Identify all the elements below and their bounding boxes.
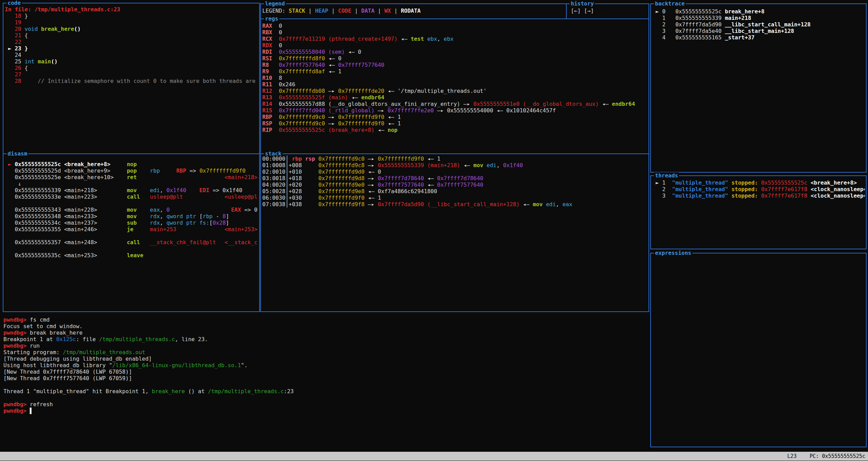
- disasm-instruction-row: 0x555555555357 <main+248> call __stack_c…: [5, 239, 258, 246]
- register-row: R10 8: [262, 75, 647, 81]
- disasm-instruction-row: [5, 246, 258, 252]
- panel-history-title: history: [570, 0, 595, 7]
- code-line: 27: [5, 71, 258, 78]
- code-content: In file: /tmp/multiple_threads.c:23 18 }…: [5, 6, 258, 153]
- disasm-instruction-row: ↓: [5, 180, 258, 187]
- threads-content: ► 1 "multiple_thread" stopped: 0x5555555…: [652, 179, 865, 248]
- pwndbg-tui-screen: code In file: /tmp/multiple_threads.c:23…: [0, 0, 868, 461]
- backtrace-frame-row: ► 0 0x55555555525c break_here+8: [652, 8, 865, 15]
- backtrace-frame-row: 1 0x555555555339 main+218: [652, 15, 865, 21]
- stack-entry-row: 01:0008│+008 0x7fffffffd9c8 —▸ 0x5555555…: [262, 162, 647, 169]
- register-row: R15 0x7ffff7ffd040 (_rtld_global) —▸ 0x7…: [262, 107, 647, 114]
- panel-code-title: code: [7, 0, 22, 6]
- register-row: RAX 0: [262, 23, 647, 29]
- status-right: L23PC: 0x55555555525c: [774, 452, 865, 461]
- code-line: 25 int main(): [5, 58, 258, 65]
- status-bar: multi-thre Thread 0x7ffff7d797 In: break…: [0, 452, 868, 461]
- history-content: [←] [→]: [571, 8, 647, 18]
- disasm-instruction-row: 0x55555555535c <main+253> leave: [5, 252, 258, 259]
- thread-row: 2 "multiple_thread" stopped: 0x7ffff7e61…: [652, 186, 865, 192]
- panel-legend-title: legend: [264, 0, 286, 7]
- terminal-line: Focus set to cmd window.: [3, 323, 647, 329]
- code-line: In file: /tmp/multiple_threads.c:23: [5, 6, 258, 13]
- stack-entry-row: 04:0020│+020 0x7fffffffd9e0 —▸ 0x7ffff75…: [262, 182, 647, 188]
- disasm-instruction-row: [5, 200, 258, 207]
- disasm-instruction-row: 0x555555555343 <main+228> mov eax, 0EAX …: [5, 207, 258, 213]
- backtrace-content: ► 0 0x55555555525c break_here+8 1 0x5555…: [652, 8, 865, 171]
- status-pc: PC: 0x55555555525c: [809, 453, 865, 459]
- terminal-line: Using host libthread_db library "/lib/x8…: [3, 362, 647, 369]
- status-line-number: L23: [787, 453, 796, 459]
- terminal-line: Starting program: /tmp/multiple_threads.…: [3, 349, 647, 356]
- register-row: R13 0x55555555525f (main) ◂— endbr64: [262, 94, 647, 101]
- disasm-instruction-row: 0x555555555348 <main+233> mov rdx, qword…: [5, 213, 258, 220]
- register-row: RBP 0x7fffffffd9c0 —▸ 0x7fffffffd9f0 ◂— …: [262, 114, 647, 120]
- panel-expressions: expressions: [650, 253, 867, 447]
- panel-threads: threads ► 1 "multiple_thread" stopped: 0…: [650, 175, 867, 249]
- right-aligned-annotation: <main+253>: [225, 226, 257, 233]
- panel-threads-title: threads: [654, 172, 679, 179]
- terminal-line: [3, 395, 647, 401]
- register-row: R14 0x555555557d88 (__do_global_dtors_au…: [262, 101, 647, 107]
- code-line: ► 23 }: [5, 45, 258, 52]
- history-back-button[interactable]: [←]: [571, 8, 581, 14]
- terminal-line: pwndbg> refresh: [3, 401, 647, 408]
- code-line: 19: [5, 19, 258, 26]
- right-aligned-annotation: <usleep@pl: [225, 194, 257, 200]
- disasm-instruction-row: 0x55555555533e <main+223> call usleep@pl…: [5, 194, 258, 200]
- terminal-line: Breakpoint 1 at 0x125c: file /tmp/multip…: [3, 336, 647, 342]
- terminal-output[interactable]: pwndbg> fs cmdFocus set to cmd window.pw…: [3, 316, 647, 414]
- terminal-line: [3, 382, 647, 388]
- register-row: RSP 0x7fffffffd9c0 —▸ 0x7fffffffd9f0 ◂— …: [262, 120, 647, 127]
- stack-entry-row: 07:0038│+038 0x7fffffffd9f8 —▸ 0x7ffff7d…: [262, 201, 647, 208]
- register-row: RCX 0x7ffff7e11219 (pthread_create+1497)…: [262, 36, 647, 42]
- command-input-line[interactable]: pwndbg> ▌: [3, 408, 647, 414]
- terminal-line: [Thread debugging using libthread_db ena…: [3, 356, 647, 362]
- legend-line: LEGEND: STACK | HEAP | CODE | DATA | WX …: [262, 8, 566, 14]
- panel-backtrace: backtrace ► 0 0x55555555525c break_here+…: [650, 3, 867, 173]
- backtrace-frame-row: 4 0x555555555165 _start+37: [652, 34, 865, 41]
- register-row: RBX 0: [262, 29, 647, 36]
- register-row: R11 0x246: [262, 81, 647, 88]
- terminal-line: Thread 1 "multiple_thread" hit Breakpoin…: [3, 388, 647, 395]
- code-line: 28 // Initialize semaphore with count 0 …: [5, 78, 258, 84]
- history-forward-button[interactable]: [→]: [584, 8, 594, 14]
- stack-entry-row: 00:0000│ rbp rsp 0x7fffffffd9c0 —▸ 0x7ff…: [262, 155, 647, 162]
- register-row: R8 0x7ffff7577640 ◂— 0x7ffff7577640: [262, 62, 647, 68]
- stack-entry-row: 05:0028│+028 0x7fffffffd9e8 ◂— 0xf7a4866…: [262, 188, 647, 195]
- disasm-instruction-row: 0x555555555339 <main+218> mov edi, 0x1f4…: [5, 187, 258, 194]
- terminal-line: pwndbg> fs cmd: [3, 316, 647, 323]
- stack-entry-row: 02:0010│+010 0x7fffffffd9d0 ◂— 0: [262, 169, 647, 175]
- backtrace-frame-row: 2 0x7ffff7da5d90 __libc_start_call_main+…: [652, 21, 865, 28]
- history-buttons: [←] [→]: [571, 8, 594, 14]
- backtrace-frame-row: 3 0x7ffff7da5e40 __libc_start_main+128: [652, 28, 865, 34]
- regs-content: RAX 0RBX 0RCX 0x7ffff7e11219 (pthread_cr…: [262, 23, 647, 153]
- disasm-instruction-row: 0x55555555525e <break_here+10> ret<main+…: [5, 174, 258, 180]
- legend-content: LEGEND: STACK | HEAP | CODE | DATA | WX …: [262, 8, 566, 18]
- disasm-instruction-row: [5, 233, 258, 239]
- terminal-line: [New Thread 0x7ffff7d78640 (LWP 67058)]: [3, 369, 647, 375]
- terminal-line: pwndbg> run: [3, 342, 647, 349]
- register-row: RDI 0x555555558040 (sem) ◂— 0: [262, 49, 647, 55]
- terminal-line: [New Thread 0x7ffff7577640 (LWP 67059)]: [3, 375, 647, 382]
- panel-legend: legend LEGEND: STACK | HEAP | CODE | DAT…: [260, 3, 567, 20]
- register-row: R12 0x7fffffffdb08 —▸ 0x7fffffffde20 ◂— …: [262, 88, 647, 94]
- disasm-instruction-row: 0x555555555355 <main+246> je main+253<ma…: [5, 226, 258, 233]
- thread-row: ► 1 "multiple_thread" stopped: 0x5555555…: [652, 179, 865, 186]
- register-row: RDX 0: [262, 42, 647, 49]
- register-row: RSI 0x7fffffffd8f0 ◂— 0: [262, 55, 647, 62]
- panel-regs: regs RAX 0RBX 0RCX 0x7ffff7e11219 (pthre…: [260, 18, 649, 155]
- code-line: 22: [5, 39, 258, 45]
- panel-code: code In file: /tmp/multiple_threads.c:23…: [3, 3, 260, 155]
- right-aligned-annotation: <main+218>: [225, 174, 257, 180]
- register-row: R9 0x7fffffffd8af ◂— 1: [262, 68, 647, 75]
- code-line: 18 }: [5, 13, 258, 19]
- disasm-instruction-row: 0x55555555534c <main+237> sub rdx, qword…: [5, 220, 258, 226]
- code-line: 21 {: [5, 32, 258, 39]
- history-button-gap: [581, 8, 584, 14]
- stack-entry-row: 06:0030│+030 0x7fffffffd9f0 ◂— 1: [262, 195, 647, 201]
- stack-entry-row: 03:0018│+018 0x7fffffffd9d8 —▸ 0x7ffff7d…: [262, 175, 647, 182]
- panel-history: history [←] [→]: [566, 3, 649, 20]
- terminal-line: pwndbg> break break_here: [3, 329, 647, 336]
- code-line: 26 {: [5, 65, 258, 71]
